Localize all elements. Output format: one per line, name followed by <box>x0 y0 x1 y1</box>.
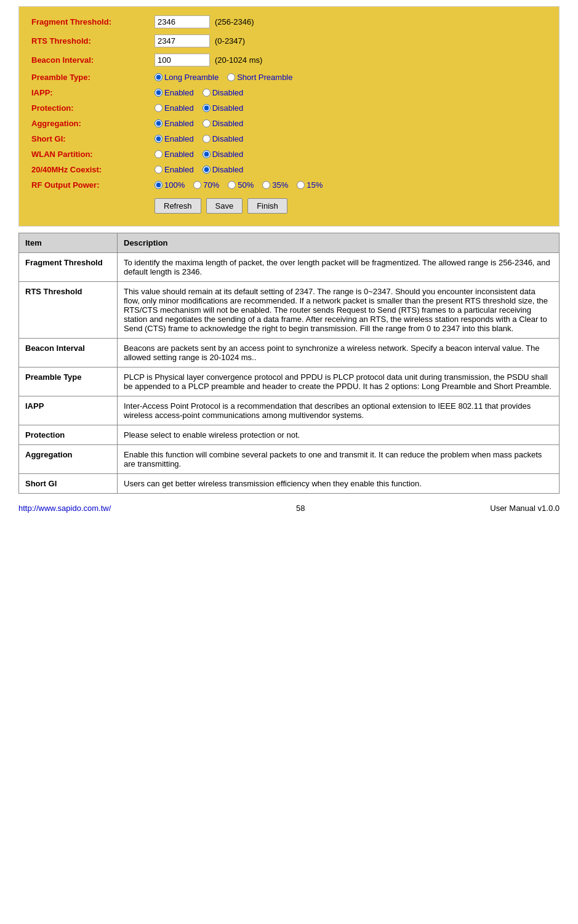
form-row-10: RF Output Power: 100% 70% 50% 35% 15% <box>31 180 547 190</box>
refresh-button[interactable]: Refresh <box>155 198 201 214</box>
save-button[interactable]: Save <box>206 198 243 214</box>
item-name-7: Short GI <box>19 474 118 494</box>
radio-label-10-4[interactable]: 15% <box>297 180 323 190</box>
form-value-1: (0-2347) <box>155 34 245 47</box>
table-row-4: IAPPInter-Access Point Protocol is a rec… <box>19 396 560 425</box>
item-description-2: Beacons are packets sent by an access po… <box>118 339 560 368</box>
range-hint-0: (256-2346) <box>215 17 254 26</box>
radio-label-3-0[interactable]: Long Preamble <box>155 73 219 82</box>
radio-input-10-0[interactable] <box>155 181 163 189</box>
radio-input-10-1[interactable] <box>193 181 201 189</box>
radio-input-10-3[interactable] <box>262 181 270 189</box>
radio-label-4-1[interactable]: Disabled <box>203 88 244 97</box>
radio-label-3-1[interactable]: Short Preamble <box>227 73 292 82</box>
table-header-0: Item <box>19 233 118 253</box>
radio-input-6-1[interactable] <box>203 119 211 127</box>
range-hint-2: (20-1024 ms) <box>215 55 262 65</box>
footer-link[interactable]: http://www.sapido.com.tw/ <box>18 504 111 513</box>
item-description-1: This value should remain at its default … <box>118 282 560 339</box>
form-label-9: 20/40MHz Coexist: <box>31 165 155 174</box>
radio-label-5-0[interactable]: Enabled <box>155 103 194 113</box>
item-description-7: Users can get better wireless transmissi… <box>118 474 560 494</box>
radio-group-4: Enabled Disabled <box>155 88 249 97</box>
radio-input-7-1[interactable] <box>203 135 211 143</box>
item-name-6: Aggregation <box>19 445 118 474</box>
item-name-2: Beacon Interval <box>19 339 118 368</box>
radio-label-8-0[interactable]: Enabled <box>155 150 194 159</box>
form-row-9: 20/40MHz Coexist: Enabled Disabled <box>31 165 547 174</box>
item-name-1: RTS Threshold <box>19 282 118 339</box>
radio-input-9-1[interactable] <box>203 166 211 174</box>
radio-label-6-1[interactable]: Disabled <box>203 119 244 128</box>
table-row-1: RTS ThresholdThis value should remain at… <box>19 282 560 339</box>
radio-label-9-0[interactable]: Enabled <box>155 165 194 174</box>
form-label-1: RTS Threshold: <box>31 36 155 46</box>
form-row-3: Preamble Type: Long Preamble Short Pream… <box>31 73 547 82</box>
table-row-5: ProtectionPlease select to enable wirele… <box>19 425 560 445</box>
radio-label-10-0[interactable]: 100% <box>155 180 185 190</box>
radio-label-7-0[interactable]: Enabled <box>155 134 194 143</box>
table-row-2: Beacon IntervalBeacons are packets sent … <box>19 339 560 368</box>
form-value-5: Enabled Disabled <box>155 103 249 113</box>
radio-input-9-0[interactable] <box>155 166 163 174</box>
radio-group-8: Enabled Disabled <box>155 150 249 159</box>
radio-label-6-0[interactable]: Enabled <box>155 119 194 128</box>
radio-label-7-1[interactable]: Disabled <box>203 134 244 143</box>
form-label-8: WLAN Partition: <box>31 150 155 159</box>
form-value-9: Enabled Disabled <box>155 165 249 174</box>
form-label-4: IAPP: <box>31 88 155 97</box>
footer-page-number: 58 <box>296 504 305 513</box>
form-value-2: (20-1024 ms) <box>155 54 262 66</box>
radio-input-6-0[interactable] <box>155 119 163 127</box>
table-row-7: Short GIUsers can get better wireless tr… <box>19 474 560 494</box>
radio-input-3-0[interactable] <box>155 73 163 81</box>
radio-group-5: Enabled Disabled <box>155 103 249 113</box>
input-field-2[interactable] <box>155 54 210 66</box>
radio-input-7-0[interactable] <box>155 135 163 143</box>
form-row-6: Aggregation: Enabled Disabled <box>31 119 547 128</box>
button-row: RefreshSaveFinish <box>31 198 547 214</box>
form-value-6: Enabled Disabled <box>155 119 249 128</box>
range-hint-1: (0-2347) <box>215 36 245 46</box>
radio-label-4-0[interactable]: Enabled <box>155 88 194 97</box>
item-description-6: Enable this function will combine severa… <box>118 445 560 474</box>
radio-input-10-2[interactable] <box>228 181 236 189</box>
radio-label-10-3[interactable]: 35% <box>262 180 288 190</box>
radio-input-4-1[interactable] <box>203 89 211 97</box>
item-description-4: Inter-Access Point Protocol is a recomme… <box>118 396 560 425</box>
footer-manual-text: User Manual v1.0.0 <box>490 504 560 513</box>
form-value-3: Long Preamble Short Preamble <box>155 73 299 82</box>
form-label-7: Short GI: <box>31 134 155 143</box>
radio-label-5-1[interactable]: Disabled <box>203 103 244 113</box>
item-description-0: To identify the maxima length of packet,… <box>118 253 560 282</box>
radio-label-10-2[interactable]: 50% <box>228 180 254 190</box>
radio-input-10-4[interactable] <box>297 181 305 189</box>
table-row-3: Preamble TypePLCP is Physical layer conv… <box>19 368 560 396</box>
radio-group-7: Enabled Disabled <box>155 134 249 143</box>
form-row-7: Short GI: Enabled Disabled <box>31 134 547 143</box>
radio-group-10: 100% 70% 50% 35% 15% <box>155 180 329 190</box>
radio-input-8-1[interactable] <box>203 150 211 158</box>
item-name-3: Preamble Type <box>19 368 118 396</box>
input-field-1[interactable] <box>155 34 210 47</box>
form-value-0: (256-2346) <box>155 15 254 28</box>
radio-label-9-1[interactable]: Disabled <box>203 165 244 174</box>
form-row-2: Beacon Interval:(20-1024 ms) <box>31 54 547 66</box>
form-label-6: Aggregation: <box>31 119 155 128</box>
item-description-3: PLCP is Physical layer convergence proto… <box>118 368 560 396</box>
form-value-10: 100% 70% 50% 35% 15% <box>155 180 329 190</box>
footer: http://www.sapido.com.tw/58User Manual v… <box>0 494 578 518</box>
finish-button[interactable]: Finish <box>247 198 287 214</box>
radio-input-5-0[interactable] <box>155 104 163 112</box>
radio-input-3-1[interactable] <box>227 73 235 81</box>
radio-input-8-0[interactable] <box>155 150 163 158</box>
radio-group-3: Long Preamble Short Preamble <box>155 73 299 82</box>
radio-label-10-1[interactable]: 70% <box>193 180 219 190</box>
radio-label-8-1[interactable]: Disabled <box>203 150 244 159</box>
radio-input-5-1[interactable] <box>203 104 211 112</box>
input-field-0[interactable] <box>155 15 210 28</box>
radio-input-4-0[interactable] <box>155 89 163 97</box>
item-name-4: IAPP <box>19 396 118 425</box>
form-label-10: RF Output Power: <box>31 180 155 190</box>
form-row-0: Fragment Threshold:(256-2346) <box>31 15 547 28</box>
